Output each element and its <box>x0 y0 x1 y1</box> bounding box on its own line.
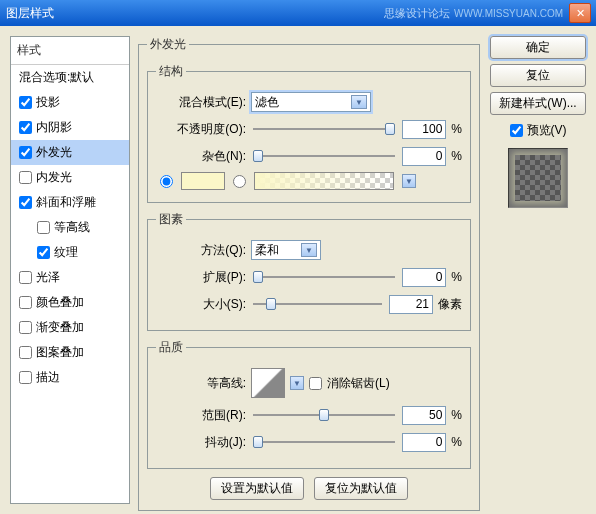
technique-combo[interactable]: 柔和▼ <box>251 240 321 260</box>
technique-label: 方法(Q): <box>156 242 246 259</box>
outer-glow-checkbox[interactable] <box>19 146 32 159</box>
style-bevel[interactable]: 斜面和浮雕 <box>11 190 129 215</box>
antialias-label: 消除锯齿(L) <box>327 375 390 392</box>
spread-input[interactable] <box>402 268 446 287</box>
ok-button[interactable]: 确定 <box>490 36 586 59</box>
contour-dropdown-icon[interactable]: ▼ <box>290 376 304 390</box>
color-radio[interactable] <box>160 175 173 188</box>
dialog-content: 样式 混合选项:默认 投影 内阴影 外发光 内发光 斜面和浮雕 等高线 纹理 光… <box>0 26 596 514</box>
antialias-checkbox[interactable] <box>309 377 322 390</box>
contour-label: 等高线: <box>156 375 246 392</box>
style-stroke[interactable]: 描边 <box>11 365 129 390</box>
contour-picker[interactable] <box>251 368 285 398</box>
make-default-button[interactable]: 设置为默认值 <box>210 477 304 500</box>
opacity-slider[interactable] <box>253 120 395 138</box>
style-inner-glow[interactable]: 内发光 <box>11 165 129 190</box>
right-panel: 确定 复位 新建样式(W)... 预览(V) <box>488 36 588 504</box>
color-swatch[interactable] <box>181 172 225 190</box>
color-source-row: ▼ <box>160 172 462 190</box>
style-drop-shadow[interactable]: 投影 <box>11 90 129 115</box>
noise-input[interactable] <box>402 147 446 166</box>
brand-text: 思缘设计论坛 <box>384 6 450 21</box>
title-bar: 图层样式 思缘设计论坛 WWW.MISSYUAN.COM ✕ <box>0 0 596 26</box>
reset-default-button[interactable]: 复位为默认值 <box>314 477 408 500</box>
blend-mode-label: 混合模式(E): <box>156 94 246 111</box>
style-inner-shadow[interactable]: 内阴影 <box>11 115 129 140</box>
style-color-overlay[interactable]: 颜色叠加 <box>11 290 129 315</box>
structure-legend: 结构 <box>156 63 186 80</box>
satin-checkbox[interactable] <box>19 271 32 284</box>
new-style-button[interactable]: 新建样式(W)... <box>490 92 586 115</box>
drop-shadow-checkbox[interactable] <box>19 96 32 109</box>
pattern-overlay-checkbox[interactable] <box>19 346 32 359</box>
gradient-radio[interactable] <box>233 175 246 188</box>
bevel-checkbox[interactable] <box>19 196 32 209</box>
inner-shadow-checkbox[interactable] <box>19 121 32 134</box>
style-gradient-overlay[interactable]: 渐变叠加 <box>11 315 129 340</box>
range-input[interactable] <box>402 406 446 425</box>
structure-fieldset: 结构 混合模式(E): 滤色▼ 不透明度(O): % 杂色(N): % <box>147 63 471 203</box>
contour-checkbox[interactable] <box>37 221 50 234</box>
size-input[interactable] <box>389 295 433 314</box>
color-overlay-checkbox[interactable] <box>19 296 32 309</box>
quality-legend: 品质 <box>156 339 186 356</box>
chevron-down-icon: ▼ <box>351 95 367 109</box>
style-outer-glow[interactable]: 外发光 <box>11 140 129 165</box>
outer-glow-legend: 外发光 <box>147 36 189 53</box>
range-slider[interactable] <box>253 406 395 424</box>
jitter-input[interactable] <box>402 433 446 452</box>
quality-fieldset: 品质 等高线: ▼ 消除锯齿(L) 范围(R): % 抖动(J): <box>147 339 471 469</box>
gradient-bar[interactable] <box>254 172 394 190</box>
spread-slider[interactable] <box>253 268 395 286</box>
brand-url: WWW.MISSYUAN.COM <box>454 8 563 19</box>
noise-label: 杂色(N): <box>156 148 246 165</box>
stroke-checkbox[interactable] <box>19 371 32 384</box>
styles-list: 样式 混合选项:默认 投影 内阴影 外发光 内发光 斜面和浮雕 等高线 纹理 光… <box>10 36 130 504</box>
preview-label: 预览(V) <box>527 122 567 139</box>
styles-title[interactable]: 样式 <box>11 37 129 65</box>
preview-thumbnail <box>508 148 568 208</box>
blend-mode-combo[interactable]: 滤色▼ <box>251 92 371 112</box>
opacity-label: 不透明度(O): <box>156 121 246 138</box>
jitter-label: 抖动(J): <box>156 434 246 451</box>
size-label: 大小(S): <box>156 296 246 313</box>
style-contour[interactable]: 等高线 <box>11 215 129 240</box>
chevron-down-icon: ▼ <box>301 243 317 257</box>
close-button[interactable]: ✕ <box>569 3 591 23</box>
style-pattern-overlay[interactable]: 图案叠加 <box>11 340 129 365</box>
elements-fieldset: 图素 方法(Q): 柔和▼ 扩展(P): % 大小(S): 像素 <box>147 211 471 331</box>
size-slider[interactable] <box>253 295 382 313</box>
jitter-slider[interactable] <box>253 433 395 451</box>
preview-checkbox[interactable] <box>510 124 523 137</box>
spread-label: 扩展(P): <box>156 269 246 286</box>
opacity-input[interactable] <box>402 120 446 139</box>
gradient-overlay-checkbox[interactable] <box>19 321 32 334</box>
settings-panel: 外发光 结构 混合模式(E): 滤色▼ 不透明度(O): % 杂色(N): <box>138 36 480 504</box>
window-title: 图层样式 <box>5 5 384 22</box>
style-texture[interactable]: 纹理 <box>11 240 129 265</box>
style-satin[interactable]: 光泽 <box>11 265 129 290</box>
noise-slider[interactable] <box>253 147 395 165</box>
inner-glow-checkbox[interactable] <box>19 171 32 184</box>
range-label: 范围(R): <box>156 407 246 424</box>
blend-options-item[interactable]: 混合选项:默认 <box>11 65 129 90</box>
cancel-button[interactable]: 复位 <box>490 64 586 87</box>
outer-glow-fieldset: 外发光 结构 混合模式(E): 滤色▼ 不透明度(O): % 杂色(N): <box>138 36 480 511</box>
gradient-dropdown-icon[interactable]: ▼ <box>402 174 416 188</box>
texture-checkbox[interactable] <box>37 246 50 259</box>
elements-legend: 图素 <box>156 211 186 228</box>
